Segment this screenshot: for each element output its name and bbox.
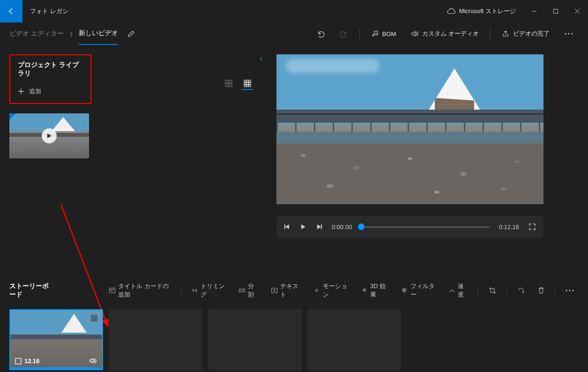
seek-track[interactable] — [361, 226, 489, 228]
rotate-button[interactable] — [513, 284, 529, 297]
svg-rect-5 — [229, 80, 232, 83]
total-time: 0:12.16 — [499, 223, 519, 231]
svg-rect-20 — [239, 289, 241, 292]
redo-icon — [340, 30, 348, 38]
divider — [490, 28, 491, 39]
trim-button[interactable]: トリミング — [187, 279, 231, 302]
svg-point-24 — [316, 290, 317, 291]
crop-button[interactable] — [484, 284, 501, 297]
svg-rect-17 — [284, 224, 285, 229]
library-clip-thumbnail[interactable] — [9, 113, 89, 158]
svg-rect-31 — [15, 358, 21, 364]
rename-button[interactable] — [127, 30, 135, 37]
filter-icon — [401, 287, 407, 294]
storyboard-empty-slot[interactable] — [307, 309, 401, 370]
undo-button[interactable] — [311, 26, 330, 42]
custom-audio-label: カスタム オーディオ — [422, 30, 479, 38]
svg-rect-0 — [554, 9, 558, 14]
close-button[interactable] — [566, 0, 588, 22]
storage-button[interactable]: Microsoft ストレージ — [439, 7, 523, 15]
svg-rect-9 — [246, 80, 248, 82]
preview-video[interactable] — [276, 54, 543, 204]
filter-button[interactable]: フィルター — [396, 279, 440, 302]
clip-duration: 12.16 — [15, 357, 40, 365]
svg-rect-11 — [244, 82, 246, 84]
library-panel: ‹ プロジェクト ライブラリ 追加 — [0, 45, 272, 270]
svg-rect-12 — [246, 82, 248, 84]
play-overlay-icon — [42, 128, 57, 143]
svg-point-30 — [572, 290, 573, 291]
svg-rect-4 — [225, 80, 228, 83]
clip-audio-button[interactable] — [89, 357, 97, 365]
undo-icon — [316, 30, 325, 38]
storyboard-clip[interactable]: 12.16 — [9, 309, 103, 370]
play-button[interactable] — [300, 223, 306, 230]
breadcrumb-bar: ビデオ エディター ❯ 新しいビデオ BGM カスタム オーディオ ビデオの完了 — [0, 22, 588, 45]
split-button[interactable]: 分割 — [234, 279, 263, 302]
storyboard-clips: 12.16 — [9, 309, 579, 370]
divider — [359, 28, 360, 39]
music-icon — [371, 30, 379, 37]
text-button[interactable]: Aテキスト — [267, 279, 305, 302]
svg-rect-14 — [244, 85, 246, 87]
storyboard-empty-slot[interactable] — [109, 309, 202, 370]
plus-icon — [18, 88, 24, 95]
maximize-button[interactable] — [545, 0, 566, 22]
clip-select-checkbox[interactable] — [90, 314, 98, 322]
more-button[interactable] — [559, 29, 579, 38]
expand-icon — [15, 358, 22, 365]
text-icon: A — [271, 287, 277, 294]
svg-point-2 — [568, 33, 570, 35]
playback-bar: 0:00.00 0:12.16 — [276, 216, 543, 238]
storyboard-empty-slot[interactable] — [208, 309, 302, 370]
svg-rect-16 — [249, 85, 251, 87]
speed-button[interactable]: 速度 — [444, 279, 473, 302]
view-toggles — [223, 78, 253, 90]
bgm-button[interactable]: BGM — [365, 26, 402, 41]
svg-rect-13 — [249, 82, 251, 84]
library-header-highlight: プロジェクト ライブラリ 追加 — [9, 54, 91, 104]
titlebar: フォト レガシ Microsoft ストレージ — [0, 0, 588, 22]
collapse-library-button[interactable]: ‹ — [260, 54, 262, 63]
view-toggle-small[interactable] — [242, 78, 253, 90]
cloud-icon — [447, 8, 455, 15]
add-label: 追加 — [29, 87, 41, 96]
finish-video-button[interactable]: ビデオの完了 — [496, 26, 555, 42]
svg-point-1 — [565, 33, 566, 35]
finish-label: ビデオの完了 — [513, 30, 550, 38]
top-actions: BGM カスタム オーディオ ビデオの完了 — [311, 26, 579, 42]
seek-handle[interactable] — [358, 223, 365, 230]
breadcrumb-editor[interactable]: ビデオ エディター — [9, 30, 64, 38]
ellipsis-icon — [565, 33, 573, 35]
trim-icon — [192, 287, 198, 294]
pencil-icon — [127, 30, 135, 37]
crop-icon — [489, 287, 496, 294]
add-media-button[interactable]: 追加 — [18, 87, 83, 96]
minimize-button[interactable] — [523, 0, 545, 22]
svg-point-3 — [572, 33, 573, 35]
back-button[interactable] — [0, 0, 22, 22]
motion-icon — [313, 287, 320, 294]
svg-rect-18 — [321, 224, 322, 229]
motion-button[interactable]: モーション — [309, 279, 352, 302]
breadcrumb-current[interactable]: 新しいビデオ — [79, 29, 118, 45]
custom-audio-button[interactable]: カスタム オーディオ — [405, 26, 484, 42]
svg-rect-7 — [229, 84, 232, 87]
storyboard-more-button[interactable] — [561, 287, 579, 294]
next-frame-button[interactable] — [316, 223, 322, 230]
arrow-left-icon — [7, 7, 15, 15]
window-controls — [523, 0, 588, 22]
view-toggle-large[interactable] — [223, 78, 234, 90]
svg-point-28 — [566, 290, 567, 291]
svg-rect-21 — [243, 289, 245, 292]
3d-effects-button[interactable]: 3D 効果 — [357, 279, 393, 302]
trash-icon — [538, 287, 544, 294]
prev-frame-button[interactable] — [284, 223, 290, 230]
ellipsis-icon — [566, 290, 574, 291]
rotate-icon — [517, 287, 525, 294]
delete-button[interactable] — [533, 284, 549, 297]
fullscreen-button[interactable] — [528, 223, 536, 231]
storage-label: Microsoft ストレージ — [459, 7, 516, 15]
sparkle-icon — [361, 287, 367, 294]
redo-button[interactable] — [334, 26, 354, 42]
